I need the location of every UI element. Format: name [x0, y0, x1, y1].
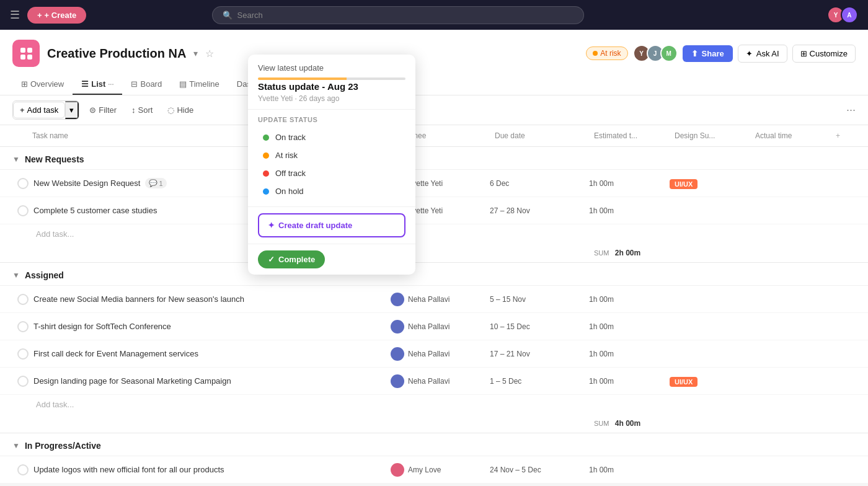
ask-ai-label: Ask AI: [756, 49, 779, 58]
table-row[interactable]: Complete 5 customer case studies Yvette …: [0, 197, 868, 224]
share-button[interactable]: ⬆ Share: [683, 45, 733, 62]
due-date-cell: 1 – 5 Dec: [490, 377, 589, 386]
collapse-icon-assigned[interactable]: ▼: [12, 271, 20, 280]
due-date-cell: 17 – 21 Nov: [490, 350, 589, 358]
create-draft-button[interactable]: ✦ Create draft update: [258, 213, 405, 237]
tab-list[interactable]: ☰ List ···: [73, 74, 122, 95]
assignee-avatar: [391, 374, 404, 388]
task-complete-icon[interactable]: [17, 348, 29, 360]
assignee-name: Neha Pallavi: [408, 377, 450, 386]
status-option-at-risk[interactable]: At risk: [258, 146, 405, 164]
update-meta: Yvette Yeti · 26 days ago: [258, 94, 405, 103]
status-option-on-track[interactable]: On track: [258, 128, 405, 146]
task-name-cell: Update logos with new official font for …: [12, 464, 391, 475]
tag-uiux: UI/UX: [670, 377, 698, 387]
status-badge-at-risk[interactable]: At risk: [586, 46, 627, 60]
create-button[interactable]: + + Create: [27, 7, 86, 24]
status-option-on-hold[interactable]: On hold: [258, 182, 405, 200]
th-actual-time: Actual time: [750, 125, 831, 146]
toolbar: + Add task ▾ ⊜ Filter ↕ Sort ◌ Hide ···: [0, 95, 868, 125]
member-avatars: Y J M: [633, 45, 678, 62]
task-name: First call deck for Event Management ser…: [33, 349, 198, 358]
project-logo: [12, 40, 40, 67]
list-more-icon: ···: [108, 81, 113, 88]
sum-date: [490, 246, 589, 260]
th-add-column[interactable]: +: [831, 125, 856, 146]
task-complete-icon[interactable]: [17, 178, 29, 189]
tab-overview[interactable]: ⊞ Overview: [12, 74, 73, 95]
filter-button[interactable]: ⊜ Filter: [84, 102, 122, 118]
share-label: Share: [702, 49, 724, 58]
chevron-down-icon[interactable]: ▾: [193, 48, 198, 58]
customize-button[interactable]: ⊞ Customize: [792, 45, 856, 63]
sort-label: Sort: [138, 105, 153, 115]
status-option-off-track[interactable]: Off track: [258, 164, 405, 182]
sum-design: [670, 246, 750, 260]
table-row[interactable]: Design landing page for Seasonal Marketi…: [0, 368, 868, 395]
status-at-risk-label: At risk: [275, 151, 298, 160]
share-icon: ⬆: [691, 49, 698, 58]
due-date-cell: 27 – 28 Nov: [490, 206, 589, 215]
task-complete-icon[interactable]: [17, 294, 29, 305]
section-new-requests: ▼ New Requests: [0, 147, 868, 170]
add-task-inline-assigned[interactable]: Add task...: [0, 395, 868, 414]
assignee-avatar: [391, 293, 404, 306]
estimated-time-cell: 1h 00m: [589, 179, 670, 188]
add-task-label: Add task: [27, 105, 59, 115]
hide-button[interactable]: ◌ Hide: [162, 102, 198, 118]
ai-icon: ✦: [746, 49, 753, 58]
view-latest-update-link[interactable]: View latest update: [258, 63, 405, 73]
table-row[interactable]: Create new Social Media banners for New …: [0, 286, 868, 313]
star-icon[interactable]: ☆: [205, 48, 214, 60]
collapse-icon-in-progress[interactable]: ▼: [12, 441, 20, 450]
sort-button[interactable]: ↕ Sort: [126, 102, 157, 118]
section-assigned: ▼ Assigned: [0, 263, 868, 286]
ask-ai-button[interactable]: ✦ Ask AI: [738, 45, 787, 63]
table-row[interactable]: T-shirt design for SoftTech Conference N…: [0, 313, 868, 340]
tab-board[interactable]: ⊟ Board: [122, 74, 170, 95]
plus-icon: +: [37, 11, 42, 20]
filter-label: Filter: [99, 105, 117, 115]
due-date-cell: 10 – 15 Dec: [490, 322, 589, 331]
dot-orange-icon: [593, 51, 598, 56]
task-complete-icon[interactable]: [17, 205, 29, 216]
section-title-new-requests: New Requests: [25, 154, 84, 164]
task-complete-icon[interactable]: [17, 321, 29, 332]
hamburger-icon[interactable]: ☰: [10, 8, 20, 22]
assignee-avatar: [391, 347, 404, 361]
user-avatar-2: A: [841, 6, 858, 24]
filter-icon: ⊜: [89, 105, 96, 115]
sum-row-assigned: SUM 4h 00m: [0, 414, 868, 433]
add-task-button[interactable]: + Add task: [13, 102, 65, 118]
board-icon: ⊟: [131, 79, 138, 89]
estimated-time-cell: 1h 00m: [589, 466, 670, 474]
comment-badge[interactable]: 💬 1: [145, 178, 166, 188]
sum-label-text: SUM: [594, 249, 609, 257]
add-task-inline-new-requests[interactable]: Add task...: [0, 224, 868, 244]
check-icon: ✓: [268, 255, 275, 264]
estimated-time-cell: 1h 00m: [589, 322, 670, 331]
tab-timeline[interactable]: ▤ Timeline: [170, 74, 228, 95]
nav-right: Y A: [827, 6, 858, 24]
user-avatars: Y A: [827, 6, 858, 24]
update-title: Status update - Aug 23: [258, 81, 405, 92]
task-name: Create new Social Media banners for New …: [33, 294, 244, 304]
table-row[interactable]: First call deck for Event Management ser…: [0, 340, 868, 368]
collapse-icon-new-requests[interactable]: ▼: [12, 155, 20, 164]
hide-label: Hide: [177, 105, 193, 115]
assignee-name: Neha Pallavi: [408, 295, 450, 304]
table-row[interactable]: Update logos with new official font for …: [0, 456, 868, 484]
add-task-arrow-button[interactable]: ▾: [65, 101, 79, 119]
estimated-time-cell: 1h 00m: [589, 377, 670, 386]
create-label: + Create: [45, 11, 77, 20]
complete-button[interactable]: ✓ Complete: [258, 250, 325, 268]
toolbar-more-button[interactable]: ···: [846, 104, 856, 117]
assignee-avatar: [391, 320, 404, 334]
task-complete-icon[interactable]: [17, 464, 29, 475]
search-bar[interactable]: 🔍 Search: [212, 6, 584, 24]
task-complete-icon[interactable]: [17, 376, 29, 387]
th-design-su: Design Su...: [670, 125, 750, 146]
table-row[interactable]: New Website Design Request 💬 1 Yvette Ye…: [0, 170, 868, 197]
sum-row-new-requests: SUM 2h 00m: [0, 244, 868, 263]
assignee-name: Neha Pallavi: [408, 350, 450, 358]
